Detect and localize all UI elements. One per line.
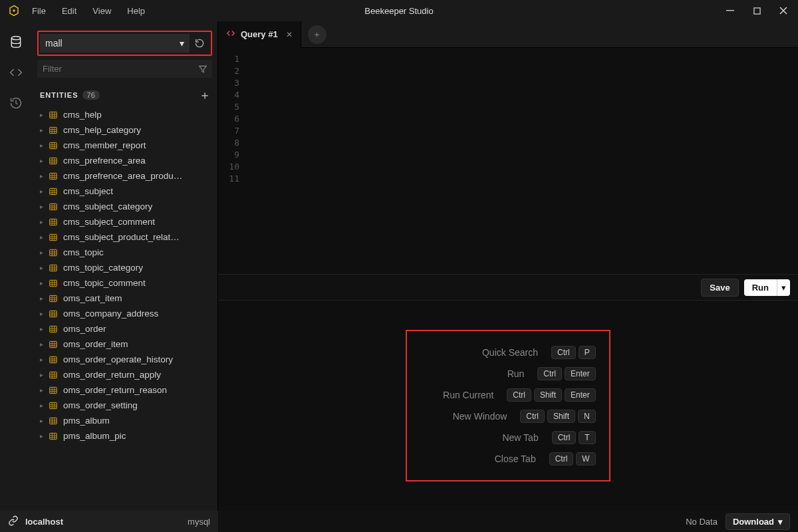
run-button[interactable]: Run xyxy=(744,279,777,296)
tab-query-1[interactable]: Query #1 ✕ xyxy=(218,21,301,48)
keyboard-key: N xyxy=(578,410,596,423)
svg-rect-44 xyxy=(50,234,57,240)
code-icon[interactable] xyxy=(9,65,23,80)
table-name: cms_help xyxy=(63,110,102,120)
table-row[interactable]: ▸cms_prefrence_area xyxy=(32,153,216,168)
table-row[interactable]: ▸oms_order xyxy=(32,321,216,336)
table-row[interactable]: ▸cms_topic_category xyxy=(32,260,216,275)
table-row[interactable]: ▸cms_member_report xyxy=(32,138,216,153)
chevron-right-icon: ▸ xyxy=(40,356,43,363)
svg-rect-9 xyxy=(50,127,57,133)
db-select-row: mall ▾ xyxy=(37,31,212,56)
chevron-right-icon: ▸ xyxy=(40,432,43,440)
table-name: oms_order xyxy=(63,324,106,334)
keyboard-key: Shift xyxy=(547,410,575,423)
shortcut-keys: CtrlW xyxy=(549,452,596,466)
menu-file[interactable]: File xyxy=(25,3,53,19)
shortcut-row: Close TabCtrlW xyxy=(420,448,595,469)
chevron-down-icon: ▾ xyxy=(180,38,184,49)
shortcut-name: Quick Search xyxy=(465,347,538,358)
table-row[interactable]: ▸pms_album xyxy=(32,413,216,428)
table-row[interactable]: ▸oms_order_item xyxy=(32,336,216,352)
table-row[interactable]: ▸cms_help_category xyxy=(32,122,216,138)
table-row[interactable]: ▸oms_order_return_reason xyxy=(32,382,216,398)
shortcut-row: Quick SearchCtrlP xyxy=(420,342,595,363)
save-button[interactable]: Save xyxy=(701,279,738,297)
database-dropdown[interactable]: mall ▾ xyxy=(40,34,190,53)
table-icon xyxy=(49,187,58,196)
table-row[interactable]: ▸cms_subject_comment xyxy=(32,214,216,229)
add-entity-button[interactable]: ＋ xyxy=(199,87,211,103)
table-icon xyxy=(49,110,58,120)
table-icon xyxy=(49,279,58,288)
chevron-right-icon: ▸ xyxy=(40,172,43,180)
keyboard-key: T xyxy=(579,431,595,444)
table-name: cms_help_category xyxy=(63,125,141,135)
table-name: cms_topic xyxy=(63,247,104,257)
connection-host: localhost xyxy=(25,517,63,527)
table-row[interactable]: ▸oms_order_operate_history xyxy=(32,352,216,367)
chevron-right-icon: ▸ xyxy=(40,218,43,225)
window-maximize[interactable] xyxy=(747,1,766,20)
chevron-down-icon: ▾ xyxy=(778,517,783,527)
keyboard-key: Ctrl xyxy=(520,410,545,423)
code-content[interactable] xyxy=(245,48,798,274)
download-button[interactable]: Download▾ xyxy=(726,513,790,530)
shortcut-keys: CtrlP xyxy=(551,346,596,359)
code-editor[interactable]: 1234567891011 xyxy=(218,48,798,274)
chevron-right-icon: ▸ xyxy=(40,111,43,118)
table-row[interactable]: ▸cms_subject_product_relat… xyxy=(32,229,216,245)
connection-engine: mysql xyxy=(188,517,210,527)
refresh-button[interactable] xyxy=(190,33,209,53)
svg-rect-99 xyxy=(50,402,57,408)
table-row[interactable]: ▸oms_company_address xyxy=(32,306,216,321)
table-name: oms_order_setting xyxy=(63,400,138,410)
table-row[interactable]: ▸oms_cart_item xyxy=(32,291,216,306)
table-icon xyxy=(49,386,58,395)
entity-list[interactable]: ▸cms_help▸cms_help_category▸cms_member_r… xyxy=(32,107,217,511)
svg-rect-19 xyxy=(50,158,57,164)
filter-input[interactable] xyxy=(37,60,194,78)
filter-icon[interactable] xyxy=(194,65,212,74)
svg-rect-79 xyxy=(50,341,57,347)
database-icon[interactable] xyxy=(9,35,23,49)
window-close[interactable] xyxy=(774,1,793,20)
tab-close-icon[interactable]: ✕ xyxy=(286,30,293,39)
svg-rect-24 xyxy=(50,173,57,179)
table-icon xyxy=(49,416,58,426)
title-bar: File Edit View Help Beekeeper Studio xyxy=(0,0,798,21)
menu-edit[interactable]: Edit xyxy=(55,3,83,19)
svg-rect-109 xyxy=(50,433,57,439)
table-name: oms_order_operate_history xyxy=(63,354,173,364)
table-row[interactable]: ▸oms_order_return_apply xyxy=(32,367,216,382)
table-row[interactable]: ▸cms_topic xyxy=(32,245,216,260)
table-row[interactable]: ▸cms_subject xyxy=(32,184,216,199)
new-tab-button[interactable]: ＋ xyxy=(308,25,327,44)
table-row[interactable]: ▸cms_help xyxy=(32,107,216,122)
table-row[interactable]: ▸pms_album_pic xyxy=(32,428,216,444)
chevron-right-icon: ▸ xyxy=(40,386,43,394)
activity-bar xyxy=(0,21,32,511)
table-name: pms_album_pic xyxy=(63,431,126,441)
history-icon[interactable] xyxy=(9,96,23,110)
app-logo xyxy=(8,5,20,17)
svg-rect-69 xyxy=(50,311,57,317)
table-name: cms_topic_category xyxy=(63,263,143,273)
table-row[interactable]: ▸cms_subject_category xyxy=(32,199,216,214)
run-dropdown-button[interactable]: ▾ xyxy=(777,279,790,296)
table-row[interactable]: ▸cms_prefrence_area_produ… xyxy=(32,168,216,184)
table-row[interactable]: ▸oms_order_setting xyxy=(32,398,216,413)
menu-view[interactable]: View xyxy=(86,3,118,19)
entities-header: ENTITIES 76 ＋ xyxy=(32,83,217,107)
window-minimize[interactable] xyxy=(721,1,739,20)
svg-rect-39 xyxy=(50,219,57,225)
svg-rect-49 xyxy=(50,249,57,255)
chevron-right-icon: ▸ xyxy=(40,417,43,424)
table-row[interactable]: ▸cms_topic_comment xyxy=(32,275,216,291)
table-name: cms_subject_comment xyxy=(63,217,155,227)
keyboard-key: Ctrl xyxy=(549,452,574,466)
table-name: cms_prefrence_area xyxy=(63,156,146,166)
table-icon xyxy=(49,248,58,257)
svg-rect-2 xyxy=(753,7,759,13)
menu-help[interactable]: Help xyxy=(120,3,152,19)
